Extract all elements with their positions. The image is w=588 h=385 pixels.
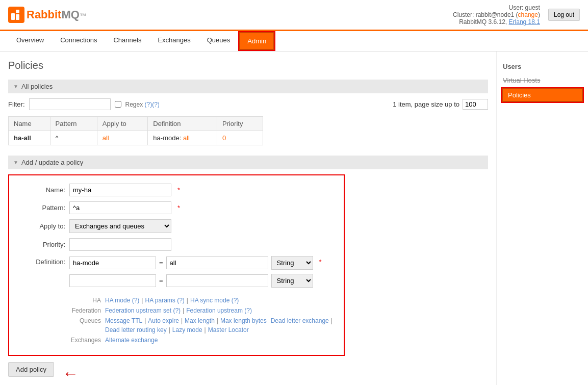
header: RabbitMQ™ User: guest Cluster: rabbit@no… bbox=[0, 0, 588, 31]
sidebar-virtual-hosts[interactable]: Virtual Hosts bbox=[497, 73, 588, 87]
erlang-link[interactable]: Erlang 18.1 bbox=[509, 18, 540, 25]
pattern-required: * bbox=[177, 204, 180, 212]
max-length-link[interactable]: Max length bbox=[185, 317, 215, 324]
filter-row: Filter: Regex (?)(?) 1 item, page size u… bbox=[8, 98, 488, 110]
name-input[interactable] bbox=[69, 184, 171, 196]
nav-overview[interactable]: Overview bbox=[8, 31, 52, 51]
ha-sync-mode-link[interactable]: HA sync mode (?) bbox=[190, 297, 239, 304]
table-row: ha-all ^ all ha-mode: all 0 bbox=[9, 131, 263, 145]
page-size-input[interactable] bbox=[463, 99, 488, 110]
pattern-row: Pattern: * bbox=[19, 201, 334, 214]
definition-key-2[interactable] bbox=[69, 274, 156, 287]
definition-row-1: = String Number Boolean List bbox=[69, 256, 313, 270]
eq-2: = bbox=[159, 277, 163, 285]
ha-mode-link[interactable]: HA mode (?) bbox=[105, 297, 139, 304]
fed-upstream-link[interactable]: Federation upstream (?) bbox=[186, 307, 252, 314]
all-policies-section-header: ▼ All policies bbox=[8, 80, 488, 93]
name-row: Name: * bbox=[19, 184, 334, 196]
row-definition: ha-mode: all bbox=[148, 131, 217, 145]
row-priority: 0 bbox=[217, 131, 263, 145]
col-pattern: Pattern bbox=[50, 117, 97, 131]
fed-upstream-set-link[interactable]: Federation upstream set (?) bbox=[105, 307, 181, 314]
hints-area: HA HA mode (?) | HA params (?) | HA sync… bbox=[65, 297, 334, 344]
federation-links: Federation upstream set (?) | Federation… bbox=[105, 307, 252, 314]
version-text: RabbitMQ 3.6.12, bbox=[459, 18, 507, 25]
admin-nav-wrapper: Admin bbox=[238, 31, 275, 51]
exchanges-category: Exchanges bbox=[65, 337, 101, 344]
master-locator-link[interactable]: Master Locator bbox=[208, 326, 249, 333]
add-policy-label: Add / update a policy bbox=[21, 159, 83, 166]
regex-checkbox[interactable] bbox=[115, 101, 121, 108]
definition-key-1[interactable] bbox=[69, 256, 156, 269]
definition-type-1[interactable]: String Number Boolean List bbox=[271, 256, 313, 270]
sidebar: Users Virtual Hosts Policies bbox=[496, 52, 588, 385]
svg-rect-2 bbox=[16, 14, 19, 20]
sidebar-users-title: Users bbox=[497, 60, 588, 73]
definition-inputs: = String Number Boolean List = bbox=[69, 256, 313, 292]
apply-to-row: Apply to: Exchanges and queues Exchanges… bbox=[19, 219, 334, 233]
row-apply-to-link[interactable]: all bbox=[103, 134, 109, 142]
definition-type-2[interactable]: String Number Boolean List bbox=[271, 274, 313, 288]
nav-connections[interactable]: Connections bbox=[52, 31, 105, 51]
logout-button[interactable]: Log out bbox=[548, 9, 580, 21]
queues-category: Queues bbox=[65, 317, 101, 324]
nav-channels[interactable]: Channels bbox=[105, 31, 149, 51]
name-label: Name: bbox=[19, 186, 65, 194]
add-policy-form: Name: * Pattern: * Apply to: Exchanges a… bbox=[8, 174, 345, 356]
definition-row: Definition: = String Number Boolean List bbox=[19, 256, 334, 292]
all-policies-label: All policies bbox=[21, 83, 53, 90]
apply-to-select[interactable]: Exchanges and queues Exchanges Queues bbox=[69, 219, 171, 233]
definition-val-2[interactable] bbox=[166, 274, 268, 287]
add-policy-button[interactable]: Add policy bbox=[8, 362, 54, 377]
alt-exchange-link[interactable]: Alternate exchange bbox=[105, 337, 158, 344]
definition-label: Definition: bbox=[19, 256, 65, 266]
definition-val-1[interactable] bbox=[166, 256, 268, 269]
user-info: User: guest bbox=[453, 4, 540, 11]
exchanges-hints-row: Exchanges Alternate exchange bbox=[65, 337, 334, 344]
logo-text: RabbitMQ™ bbox=[27, 8, 87, 21]
user-name: guest bbox=[525, 4, 540, 11]
policies-sidebar-wrapper: Policies bbox=[501, 87, 584, 103]
definition-required: * bbox=[319, 258, 322, 266]
content-area: Policies ▼ All policies Filter: Regex (?… bbox=[0, 52, 496, 385]
definition-row-2: = String Number Boolean List bbox=[69, 274, 313, 288]
federation-hints-row: Federation Federation upstream set (?) |… bbox=[65, 307, 334, 314]
cluster-info: Cluster: rabbit@node1 (change) bbox=[453, 11, 540, 18]
queues-links: Message TTL | Auto expire | Max length |… bbox=[105, 317, 334, 333]
arrow-indicator: ← bbox=[62, 364, 79, 383]
ha-params-link[interactable]: HA params (?) bbox=[145, 297, 184, 304]
main-content: Policies ▼ All policies Filter: Regex (?… bbox=[0, 52, 588, 385]
dead-letter-routing-key-link[interactable]: Dead letter routing key bbox=[105, 326, 167, 333]
nav-admin[interactable]: Admin bbox=[239, 32, 274, 50]
queues-hints-row: Queues Message TTL | Auto expire | Max l… bbox=[65, 317, 334, 333]
col-definition: Definition bbox=[148, 117, 217, 131]
sidebar-policies[interactable]: Policies bbox=[502, 88, 583, 102]
msg-ttl-link[interactable]: Message TTL bbox=[105, 317, 142, 324]
row-apply-to: all bbox=[97, 131, 148, 145]
nav-exchanges[interactable]: Exchanges bbox=[149, 31, 198, 51]
ha-category: HA bbox=[65, 297, 101, 304]
filter-input[interactable] bbox=[29, 98, 111, 110]
main-nav: Overview Connections Channels Exchanges … bbox=[0, 31, 588, 52]
cluster-change-link[interactable]: change bbox=[518, 11, 538, 18]
row-priority-link[interactable]: 0 bbox=[222, 134, 226, 142]
section-arrow: ▼ bbox=[13, 84, 18, 89]
dead-letter-exchange-link[interactable]: Dead letter exchange bbox=[271, 317, 329, 324]
page-size-area: 1 item, page size up to bbox=[393, 99, 488, 110]
svg-rect-0 bbox=[11, 13, 15, 20]
ha-links: HA mode (?) | HA params (?) | HA sync mo… bbox=[105, 297, 239, 304]
lazy-mode-link[interactable]: Lazy mode bbox=[172, 326, 202, 333]
col-priority: Priority bbox=[217, 117, 263, 131]
max-length-bytes-link[interactable]: Max length bytes bbox=[220, 317, 267, 324]
items-text: 1 item, page size up to bbox=[393, 100, 459, 108]
auto-expire-link[interactable]: Auto expire bbox=[148, 317, 179, 324]
priority-row: Priority: bbox=[19, 238, 334, 251]
version-info: RabbitMQ 3.6.12, Erlang 18.1 bbox=[453, 18, 540, 25]
nav-queues[interactable]: Queues bbox=[199, 31, 239, 51]
header-info: User: guest Cluster: rabbit@node1 (chang… bbox=[453, 4, 540, 25]
row-definition-link[interactable]: all bbox=[183, 134, 190, 142]
pattern-input[interactable] bbox=[69, 201, 171, 214]
priority-input[interactable] bbox=[69, 238, 171, 251]
add-policy-section: ▼ Add / update a policy Name: * Pattern:… bbox=[8, 156, 488, 385]
filter-label: Filter: bbox=[8, 100, 25, 108]
